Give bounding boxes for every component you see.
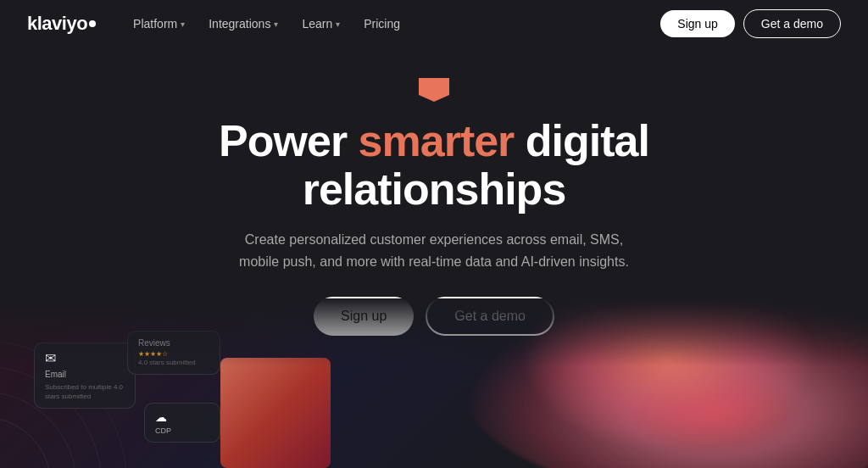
svg-point-4 xyxy=(0,341,127,468)
nav-pricing[interactable]: Pricing xyxy=(353,10,410,37)
svg-point-2 xyxy=(0,392,76,468)
get-demo-button[interactable]: Get a demo xyxy=(743,9,841,38)
hero-title: Power smarter digital relationships xyxy=(137,117,731,214)
nav-actions: Sign up Get a demo xyxy=(660,9,841,38)
nav-integrations[interactable]: Integrations ▾ xyxy=(198,10,288,37)
email-icon: ✉ xyxy=(45,350,125,366)
svg-point-1 xyxy=(0,417,51,468)
navbar: klaviyo Platform ▾ Integrations ▾ Learn … xyxy=(0,0,868,47)
email-card-title: Email xyxy=(45,370,125,379)
powder-explosion-inner xyxy=(520,298,817,451)
nav-platform[interactable]: Platform ▾ xyxy=(123,10,195,37)
chevron-down-icon: ▾ xyxy=(181,20,185,29)
star-icon: ★★★★☆ xyxy=(138,350,209,358)
reviews-card-body: 4.0 stars submitted xyxy=(138,358,209,367)
hero-subtitle: Create personalized customer experiences… xyxy=(231,229,637,272)
ui-cards-area: ✉ Email Subscribed to multiple 4.0 stars… xyxy=(34,307,356,460)
email-card: ✉ Email Subscribed to multiple 4.0 stars… xyxy=(34,343,136,409)
bottom-visual: ✉ Email Subscribed to multiple 4.0 stars… xyxy=(0,298,868,468)
reviews-card: Reviews ★★★★☆ 4.0 stars submitted xyxy=(127,331,220,375)
cloud-icon: ☁ xyxy=(155,410,209,424)
nav-learn[interactable]: Learn ▾ xyxy=(292,10,350,37)
arc-decoration xyxy=(0,315,153,468)
logo-icon xyxy=(89,20,96,27)
cdp-card-title: CDP xyxy=(155,426,209,435)
gradient-color-patch xyxy=(220,358,331,468)
email-card-body: Subscribed to multiple 4.0 stars submitt… xyxy=(45,382,125,401)
logo-text: klaviyo xyxy=(27,13,87,35)
cdp-card: ☁ CDP xyxy=(144,403,220,443)
powder-explosion xyxy=(461,298,868,468)
chevron-down-icon: ▾ xyxy=(274,20,278,29)
reviews-card-title: Reviews xyxy=(138,338,209,348)
svg-marker-0 xyxy=(419,78,449,102)
klaviyo-flag-icon xyxy=(419,78,449,102)
signup-button[interactable]: Sign up xyxy=(660,10,734,37)
svg-point-3 xyxy=(0,366,102,468)
visual-background xyxy=(0,298,868,468)
chevron-down-icon: ▾ xyxy=(336,20,340,29)
nav-links: Platform ▾ Integrations ▾ Learn ▾ Pricin… xyxy=(123,10,660,37)
logo[interactable]: klaviyo xyxy=(27,13,96,35)
